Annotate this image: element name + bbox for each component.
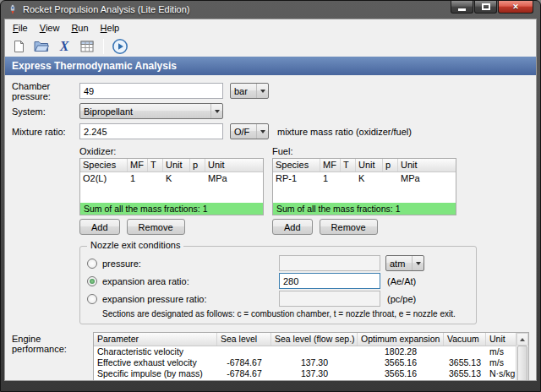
fuel-t-cell[interactable]	[341, 172, 356, 185]
column-header-mf: MF	[320, 159, 341, 172]
oxidizer-add-button[interactable]: Add	[79, 219, 120, 235]
maximize-icon	[482, 3, 490, 10]
pressure-input	[279, 255, 380, 271]
nozzle-area-ratio-row: expansion area ratio: (Ae/At)	[87, 273, 469, 289]
column-header-unit: Unit	[163, 159, 190, 172]
run-icon	[112, 38, 128, 55]
menu-file[interactable]: File	[7, 21, 34, 35]
window-controls: ✕	[451, 1, 533, 14]
expansion-area-ratio-label: expansion area ratio:	[102, 276, 279, 286]
expansion-area-ratio-radio[interactable]	[87, 276, 97, 286]
fuel-panel: Fuel: Species MF T Unit p Unit RP-1 1	[272, 146, 456, 235]
run-analysis-button[interactable]	[111, 37, 129, 56]
results-table-icon	[80, 41, 94, 52]
expansion-pressure-ratio-radio[interactable]	[87, 294, 97, 304]
arrow-up-icon	[520, 338, 525, 341]
table-row: Specific impulse (by weight) -691.84 14.…	[94, 379, 516, 381]
value-cell	[271, 346, 358, 357]
fuel-remove-button[interactable]: Remove	[320, 219, 378, 235]
fuel-mf-cell[interactable]: 1	[320, 172, 341, 185]
open-file-button[interactable]	[32, 37, 51, 56]
chamber-pressure-input[interactable]	[79, 83, 223, 99]
oxidizer-panel: Oxidizer: Species MF T Unit p Unit O2(L)…	[79, 146, 264, 235]
column-header-sea-level: Sea level	[217, 333, 271, 346]
column-header-mf: MF	[128, 159, 148, 172]
performance-table: Parameter Sea level Sea level (flow sep.…	[93, 332, 529, 381]
oxidizer-species-cell[interactable]: O2(L)	[80, 172, 128, 185]
species-editor-button[interactable]: X	[55, 37, 74, 56]
column-header-sea-level-flow-sep: Sea level (flow sep.)	[271, 333, 358, 346]
oxidizer-mf-cell[interactable]: 1	[128, 172, 148, 185]
expansion-area-ratio-input[interactable]	[279, 273, 380, 289]
parameter-cell: Specific impulse (by weight)	[94, 379, 217, 381]
minimize-icon	[458, 8, 466, 11]
unit-cell: s	[486, 379, 516, 381]
oxidizer-p-cell[interactable]	[190, 172, 205, 185]
mixture-ratio-hint: mixture mass ratio (oxidizer/fuel)	[277, 127, 412, 137]
value-cell: -691.84	[217, 379, 271, 381]
oxidizer-t-unit-cell[interactable]: K	[163, 172, 190, 185]
parameter-cell: Effective exhaust velocity	[94, 357, 217, 368]
column-header-unit: Unit	[205, 159, 263, 172]
fuel-add-button[interactable]: Add	[272, 219, 313, 235]
fuel-p-unit-cell[interactable]: MPa	[398, 172, 456, 185]
menu-view[interactable]: View	[34, 21, 66, 35]
fuel-p-cell[interactable]	[383, 172, 398, 185]
column-header-p: p	[383, 159, 398, 172]
maximize-button[interactable]	[474, 1, 497, 14]
table-row: Characteristic velocity 1802.28 m/s	[94, 346, 516, 357]
species-x-icon: X	[60, 39, 69, 54]
minimize-button[interactable]	[451, 1, 473, 14]
menu-run[interactable]: Run	[65, 21, 94, 35]
chevron-down-icon	[256, 84, 268, 98]
oxidizer-t-cell[interactable]	[148, 172, 163, 185]
expansion-pressure-ratio-input	[279, 291, 380, 307]
value-cell: 3565.16	[358, 368, 444, 379]
pressure-unit-select[interactable]: atm	[385, 255, 424, 271]
pressure-label: pressure:	[102, 259, 279, 269]
value-cell: 363.54	[358, 379, 444, 381]
chamber-pressure-unit-select[interactable]: bar	[230, 83, 269, 99]
oxidizer-table-header: Species MF T Unit p Unit	[80, 159, 263, 172]
nozzle-pressure-ratio-row: expansion pressure ratio: (pc/pe)	[87, 291, 469, 307]
app-icon	[7, 3, 19, 15]
column-header-optimum-expansion: Optimum expansion	[358, 333, 444, 346]
oxidizer-p-unit-cell[interactable]: MPa	[205, 172, 263, 185]
mixture-ratio-unit-select[interactable]: O/F	[230, 123, 269, 139]
chevron-down-icon	[412, 256, 424, 270]
column-header-unit: Unit	[398, 159, 456, 172]
toolbar-separator	[103, 39, 104, 54]
app-window: Rocket Propulsion Analysis (Lite Edition…	[0, 0, 541, 392]
toolbar: X	[5, 35, 536, 57]
results-table-button[interactable]	[78, 37, 96, 56]
fuel-t-unit-cell[interactable]: K	[356, 172, 383, 185]
fuel-row[interactable]: RP-1 1 K MPa	[273, 172, 456, 185]
value-cell: 372.72	[444, 379, 486, 381]
new-file-button[interactable]	[9, 37, 28, 56]
oxidizer-buttons: Add Remove	[79, 219, 264, 235]
table-row: Specific impulse (by mass) -6784.67 137.…	[94, 368, 516, 379]
fuel-table-header: Species MF T Unit p Unit	[273, 159, 456, 172]
fuel-sum-status: Sum of all the mass fractions: 1	[273, 203, 456, 215]
system-select[interactable]: Bipropellant	[79, 103, 223, 119]
performance-table-header: Parameter Sea level Sea level (flow sep.…	[94, 333, 516, 346]
scrollbar-thumb[interactable]	[517, 346, 527, 381]
fuel-species-cell[interactable]: RP-1	[273, 172, 320, 185]
oxidizer-remove-button[interactable]: Remove	[127, 219, 185, 235]
pressure-radio[interactable]	[87, 259, 97, 269]
window-title: Rocket Propulsion Analysis (Lite Edition…	[23, 4, 189, 14]
sections-note: Sections are designated as follows: c = …	[102, 309, 469, 318]
performance-scrollbar[interactable]	[516, 333, 528, 381]
menu-help[interactable]: Help	[95, 21, 126, 35]
scroll-up-button[interactable]	[516, 333, 528, 346]
oxidizer-row[interactable]: O2(L) 1 K MPa	[80, 172, 263, 185]
page-title: Express Thermodynamic Analysis	[12, 60, 177, 72]
oxidizer-sum-status: Sum of all the mass fractions: 1	[80, 203, 263, 215]
oxidizer-label: Oxidizer:	[79, 146, 264, 156]
oxidizer-table-empty	[80, 185, 263, 203]
value-cell	[217, 346, 271, 357]
close-button[interactable]: ✕	[498, 1, 533, 14]
fuel-buttons: Add Remove	[272, 219, 456, 235]
mixture-ratio-input[interactable]	[79, 123, 223, 139]
parameter-cell: Specific impulse (by mass)	[94, 368, 217, 379]
